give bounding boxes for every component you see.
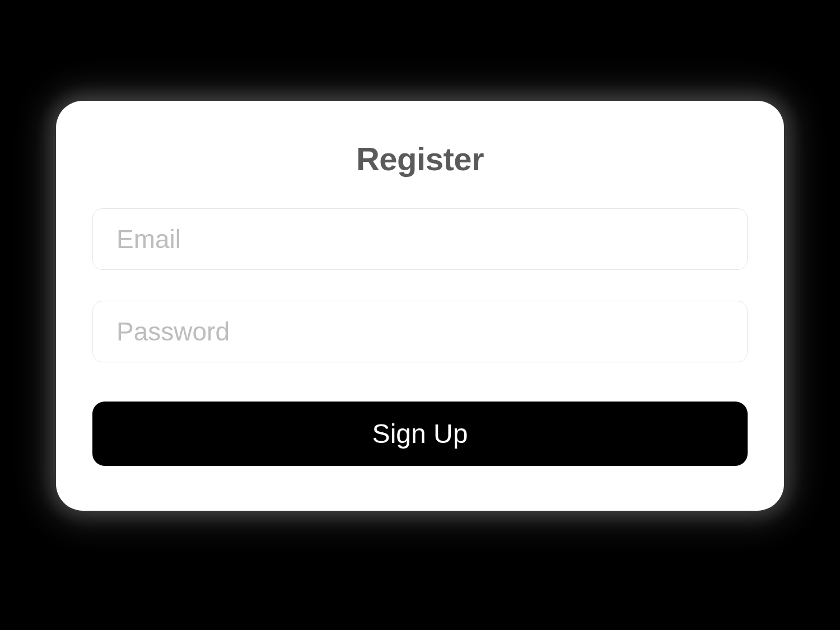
page-title: Register	[92, 140, 748, 178]
signup-button[interactable]: Sign Up	[92, 402, 748, 466]
register-card: Register Sign Up	[56, 101, 784, 511]
email-field[interactable]	[92, 208, 748, 270]
password-field[interactable]	[92, 301, 748, 362]
